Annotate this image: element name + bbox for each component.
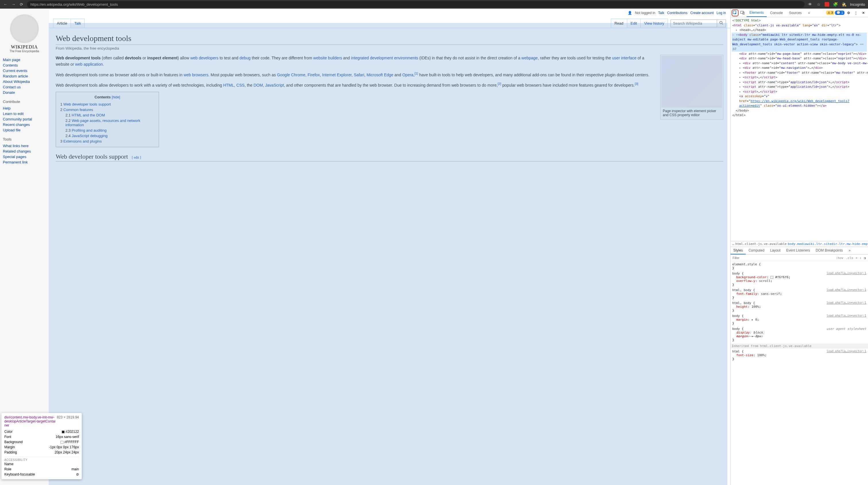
dom-node[interactable]: <div attr-name">id="mw-head-base" attr-n… [732,56,867,61]
dom-node[interactable]: ▸ <div attr-name">id="content" attr-name… [732,61,867,66]
toc-item[interactable]: 2.4 JavaScript debugging [60,133,154,138]
styles-tab-computed[interactable]: Computed [746,247,767,254]
dom-tree[interactable]: <!DOCTYPE html> <html class="client-js v… [731,17,868,241]
link-dom[interactable]: DOM [253,83,263,87]
computed-panel-icon[interactable]: ⫞ [859,256,863,260]
search-input[interactable] [671,20,717,27]
link-debug[interactable]: debug [239,56,251,60]
add-rule-button[interactable]: + [855,256,859,260]
source-link[interactable]: load.php?la…in=vector:1 [827,271,866,276]
warnings-badge[interactable]: ⚠ 3 [826,11,834,15]
dom-node[interactable]: <div attr-name">id="mw-page-base" attr-n… [732,52,867,57]
sidebar-link[interactable]: Upload file [3,127,46,133]
link-website-builders[interactable]: website builders [313,56,342,60]
puzzle-icon[interactable]: 🧩 [833,2,838,7]
css-rule[interactable]: element.style {} [732,262,866,270]
talk-link[interactable]: Talk [658,11,664,15]
sidebar-link[interactable]: What links here [3,143,46,149]
thumbnail[interactable]: Page inspector with element picker and C… [660,55,723,120]
styles-tab-styles[interactable]: Styles [731,247,746,254]
link-ide[interactable]: integrated development environments [351,56,418,60]
link-web-browsers[interactable]: web browsers [184,72,208,77]
css-rule[interactable]: html, body {load.php?la…in=vector:1font-… [732,288,866,299]
styles-tab-layout[interactable]: Layout [767,247,783,254]
source-link[interactable]: load.php?la…in=vector:1 [827,314,866,318]
dom-node-body[interactable]: ⋯ ▾<body class="mediawiki ltr sitedir-lt… [732,33,867,52]
messages-badge[interactable]: 💬 1 [835,11,844,15]
eye-off-icon[interactable]: 👁 [807,2,813,7]
dom-node[interactable]: ▸ <script attr-name">type="application/l… [732,85,867,90]
link-web-developers[interactable]: web developers [190,56,218,60]
tab-talk[interactable]: Talk [71,19,85,28]
gear-icon[interactable]: ⚙ [845,9,852,17]
toggle-panel-icon[interactable]: ◨ [863,256,867,260]
sidebar-link[interactable]: Community portal [3,117,46,122]
link-edge[interactable]: Microsoft Edge [367,72,393,77]
toc-item[interactable]: 2.3 Profiling and auditing [60,128,154,133]
extension-icon[interactable] [825,2,829,7]
css-rule[interactable]: html {load.php?la…in=vector:1font-size: … [732,350,866,361]
toc-hide-link[interactable]: [hide] [112,95,120,99]
back-icon[interactable]: ← [3,2,8,7]
hov-button[interactable]: :hov [835,256,845,260]
create-account-link[interactable]: Create account [690,11,714,15]
toc-item[interactable]: 2.2 Web page assets, resources and netwo… [60,118,154,128]
dom-node[interactable]: ▸ <footer attr-name">id="footer" attr-na… [732,70,867,75]
star-icon[interactable]: ☆ [816,2,821,7]
close-icon[interactable]: ✕ [860,9,867,17]
cls-button[interactable]: .cls [844,256,855,260]
link-chrome[interactable]: Google Chrome [277,72,305,77]
sidebar-link[interactable]: Main page [3,57,46,63]
wiki-logo[interactable]: WIKIPEDIA The Free Encyclopedia [3,14,46,53]
sidebar-link[interactable]: Related changes [3,149,46,154]
source-link[interactable]: load.php?la…in=vector:1 [827,288,866,292]
url-bar[interactable]: https://en.wikipedia.org/wiki/Web_develo… [27,1,805,8]
tab-view-history[interactable]: View history [640,19,668,28]
dom-node[interactable]: ▸ <script>…</script> [732,75,867,80]
toc-item[interactable]: 3 Extensions and plugins [60,138,154,144]
sidebar-link[interactable]: About Wikipedia [3,79,46,84]
link-css[interactable]: CSS [236,83,245,87]
sidebar-link[interactable]: Contents [3,63,46,68]
toc-item[interactable]: 1 Web developer tools support [60,101,154,107]
css-rule[interactable]: body {user agent stylesheetdisplay: bloc… [732,327,866,342]
dom-breadcrumb[interactable]: … html.client-js.ve-available body.media… [731,241,868,247]
more-styles-tabs-icon[interactable]: » [846,247,854,254]
css-rule[interactable]: html, body {load.php?la…in=vector:1heigh… [732,301,866,312]
sidebar-link[interactable]: Learn to edit [3,111,46,117]
tab-read[interactable]: Read [611,19,627,28]
link-safari[interactable]: Safari [354,72,365,77]
sidebar-link[interactable]: Help [3,105,46,111]
inspect-element-icon[interactable] [732,9,739,17]
reload-icon[interactable]: ⟳ [19,2,24,7]
link-javascript[interactable]: JavaScript [265,83,284,87]
edit-section-link[interactable]: [ edit ] [132,156,141,159]
styles-panel[interactable]: element.style {}body {load.php?la…in=vec… [731,261,868,485]
tab-elements[interactable]: Elements [747,9,767,17]
styles-tab-event-listeners[interactable]: Event Listeners [783,247,813,254]
tab-sources[interactable]: Sources [786,9,805,17]
styles-filter-input[interactable] [732,255,835,260]
tab-console[interactable]: Console [767,9,786,17]
link-webpage[interactable]: webpage [522,56,538,60]
link-ie[interactable]: Internet Explorer [322,72,352,77]
link-opera[interactable]: Opera [402,72,413,77]
css-rule[interactable]: body {load.php?la…in=vector:1background-… [732,271,866,287]
link-user-interface[interactable]: user interface [612,56,637,60]
sidebar-link[interactable]: Random article [3,73,46,79]
toc-item[interactable]: 2.1 HTML and the DOM [60,112,154,118]
more-tabs-icon[interactable]: » [805,9,813,17]
citation-3[interactable]: [3] [634,82,638,86]
kebab-icon[interactable]: ⋮ [852,9,859,17]
link-web-application[interactable]: web application [75,62,103,67]
dom-node[interactable]: ▸ <div attr-name">id="mw-navigation">…</… [732,66,867,70]
source-link[interactable]: load.php?la…in=vector:1 [827,350,866,353]
device-toggle-icon[interactable] [739,9,746,17]
sidebar-link[interactable]: Current events [3,68,46,73]
sidebar-link[interactable]: Special pages [3,154,46,159]
sidebar-link[interactable]: Contact us [3,84,46,90]
sidebar-link[interactable]: Recent changes [3,122,46,127]
link-firefox[interactable]: Firefox [308,72,320,77]
css-rule[interactable]: body {load.php?la…in=vector:1margin: ▸ 0… [732,314,866,325]
sidebar-link[interactable]: Donate [3,90,46,95]
